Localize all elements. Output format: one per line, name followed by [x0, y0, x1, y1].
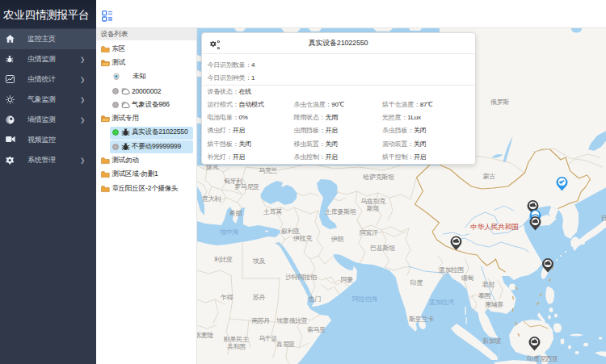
- svg-text:肯尼亚: 肯尼亚: [276, 341, 294, 348]
- svg-text:乍得: 乍得: [220, 294, 233, 301]
- svg-text:苏丹: 苏丹: [252, 294, 265, 301]
- svg-text:也门: 也门: [308, 295, 321, 303]
- svg-text:孟加拉湾: 孟加拉湾: [429, 299, 454, 306]
- svg-text:希腊: 希腊: [229, 210, 242, 217]
- svg-text:泰国: 泰国: [478, 292, 490, 299]
- svg-text:索马里: 索马里: [306, 326, 325, 333]
- svg-text:共和国: 共和国: [226, 343, 245, 350]
- svg-text:哈萨克斯坦: 哈萨克斯坦: [363, 174, 394, 181]
- svg-text:埃及: 埃及: [251, 257, 265, 265]
- svg-text:蒙古: 蒙古: [482, 173, 495, 180]
- svg-text:埃塞俄比亚: 埃塞俄比亚: [276, 317, 308, 324]
- svg-text:南苏丹: 南苏丹: [250, 317, 269, 324]
- svg-text:叙利亚: 叙利亚: [280, 228, 299, 235]
- svg-text:土耳其: 土耳其: [262, 208, 281, 215]
- svg-text:意大利: 意大利: [200, 195, 220, 203]
- svg-text:斯坦: 斯坦: [366, 205, 379, 212]
- svg-text:印度: 印度: [410, 279, 423, 287]
- svg-text:罗马尼亚: 罗马尼亚: [234, 183, 259, 190]
- svg-text:新加坡: 新加坡: [482, 337, 500, 345]
- svg-text:日: 日: [600, 215, 606, 222]
- svg-text:柬埔寨: 柬埔寨: [484, 301, 503, 308]
- svg-text:乌干达: 乌干达: [258, 335, 276, 342]
- svg-text:中华人民共和国: 中华人民共和国: [470, 223, 519, 231]
- svg-text:阿拉伯海: 阿拉伯海: [352, 295, 377, 303]
- svg-text:斯里兰卡: 斯里兰卡: [409, 316, 434, 323]
- svg-text:沙特阿拉伯: 沙特阿拉伯: [285, 274, 317, 281]
- svg-text:喀麦隆: 喀麦隆: [197, 332, 213, 339]
- svg-text:印度尼西亚: 印度尼西亚: [527, 355, 558, 362]
- svg-text:伊拉克: 伊拉克: [292, 235, 312, 242]
- svg-text:阿富汗: 阿富汗: [359, 229, 377, 236]
- svg-text:利比亚: 利比亚: [213, 256, 232, 263]
- svg-text:老挝: 老挝: [481, 281, 494, 288]
- svg-text:乌兹别克: 乌兹别克: [360, 198, 386, 205]
- svg-text:缅甸: 缅甸: [461, 274, 473, 282]
- svg-text:俄罗斯: 俄罗斯: [490, 98, 508, 106]
- svg-text:孟加拉国: 孟加拉国: [439, 266, 464, 274]
- svg-text:乌克兰: 乌克兰: [258, 167, 276, 174]
- svg-text:阿曼: 阿曼: [340, 276, 353, 283]
- svg-text:伊朗: 伊朗: [330, 236, 343, 243]
- svg-text:巴基斯坦: 巴基斯坦: [370, 245, 395, 252]
- svg-text:地中海: 地中海: [218, 228, 238, 236]
- svg-text:刚果民主: 刚果民主: [224, 336, 249, 343]
- svg-text:土库曼斯坦: 土库曼斯坦: [324, 208, 356, 215]
